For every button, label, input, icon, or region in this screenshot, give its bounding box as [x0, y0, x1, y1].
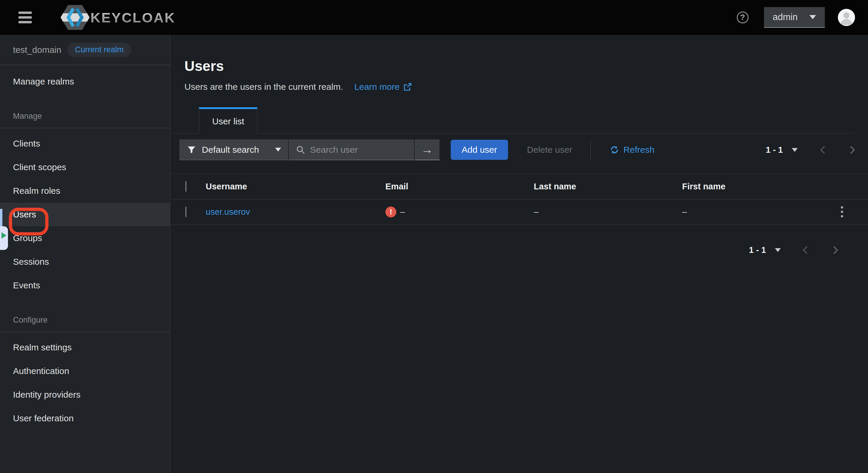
search-icon — [296, 145, 305, 155]
keycloak-logo: KEYCLOAK — [60, 4, 176, 30]
chevron-down-icon — [275, 148, 281, 152]
user-menu-dropdown[interactable]: admin — [764, 7, 825, 28]
header-username: Username — [206, 182, 385, 191]
sidebar-item-realm-settings[interactable]: Realm settings — [0, 336, 170, 359]
page-description: Users are the users in the current realm… — [184, 82, 343, 92]
next-page-icon[interactable] — [830, 246, 838, 254]
nav-list-configure: Realm settings Authentication Identity p… — [0, 332, 170, 430]
previous-page-icon[interactable] — [820, 146, 828, 154]
refresh-label: Refresh — [623, 145, 654, 155]
edge-overlay-bar — [0, 209, 2, 227]
person-icon — [838, 9, 855, 26]
play-icon — [1, 232, 6, 239]
external-link-icon — [403, 83, 412, 91]
sidebar-item-authentication[interactable]: Authentication — [0, 359, 170, 383]
hamburger-menu-icon[interactable] — [18, 11, 32, 23]
pagination-bottom-row: 1 - 1 — [184, 245, 854, 255]
users-table: Username Email Last name First name user… — [170, 174, 868, 224]
sidebar-nav: test_domain Current realm Manage realms … — [0, 35, 170, 473]
sidebar-item-users[interactable]: Users — [0, 203, 170, 226]
email-value: – — [400, 207, 405, 217]
next-page-icon[interactable] — [847, 146, 855, 154]
learn-more-link[interactable]: Learn more — [354, 82, 412, 92]
sidebar-item-sessions[interactable]: Sessions — [0, 250, 170, 274]
user-link[interactable]: user.userov — [206, 207, 250, 217]
edge-overlay-badge[interactable] — [0, 226, 8, 250]
select-all-checkbox[interactable] — [185, 181, 186, 192]
realm-name: test_domain — [13, 45, 61, 55]
search-submit-button[interactable]: → — [415, 139, 439, 160]
table-row: user.userov ! – – – — [170, 199, 868, 224]
top-bar: KEYCLOAK ? admin — [0, 0, 868, 35]
realm-selector[interactable]: test_domain Current realm — [0, 35, 170, 65]
topbar-actions: ? admin — [737, 7, 855, 28]
keycloak-admin-console: KEYCLOAK ? admin test_domain Current rea… — [0, 0, 868, 473]
sidebar-item-client-scopes[interactable]: Client scopes — [0, 155, 170, 179]
sidebar-item-user-federation[interactable]: User federation — [0, 407, 170, 430]
toolbar-divider — [590, 140, 591, 159]
username-label: admin — [773, 12, 798, 23]
sidebar-item-groups[interactable]: Groups — [0, 226, 170, 250]
search-box — [289, 139, 414, 160]
nav-list-manage: Clients Client scopes Realm roles Users … — [0, 128, 170, 297]
pagination-top: 1 - 1 — [766, 145, 854, 155]
sidebar-item-manage-realms[interactable]: Manage realms — [0, 70, 170, 93]
keycloak-logo-icon — [60, 4, 90, 30]
learn-more-label: Learn more — [354, 82, 400, 92]
refresh-icon — [610, 145, 619, 155]
nav-group-manage: Manage — [0, 112, 170, 128]
error-icon: ! — [385, 207, 396, 217]
chevron-down-icon[interactable] — [792, 148, 798, 152]
pagination-range: 1 - 1 — [749, 245, 766, 255]
page-header: Users Users are the users in the current… — [184, 35, 854, 92]
header-email: Email — [385, 182, 534, 191]
last-name-value: – — [534, 207, 682, 217]
pagination-range: 1 - 1 — [766, 145, 783, 155]
table-header-row: Username Email Last name First name — [170, 174, 868, 199]
header-first-name: First name — [682, 182, 816, 191]
row-checkbox[interactable] — [185, 207, 186, 217]
sidebar-item-clients[interactable]: Clients — [0, 132, 170, 155]
avatar[interactable] — [838, 9, 855, 26]
sidebar-item-identity-providers[interactable]: Identity providers — [0, 383, 170, 407]
pagination-bottom: 1 - 1 — [749, 245, 837, 255]
sidebar-item-realm-roles[interactable]: Realm roles — [0, 179, 170, 203]
table-toolbar: Default search → Add user Delete user — [179, 139, 854, 160]
chevron-down-icon — [809, 15, 816, 19]
search-type-dropdown[interactable]: Default search — [179, 139, 288, 160]
search-type-label: Default search — [202, 145, 259, 155]
help-icon[interactable]: ? — [737, 11, 749, 23]
header-last-name: Last name — [534, 182, 682, 191]
refresh-button[interactable]: Refresh — [610, 145, 654, 155]
delete-user-button[interactable]: Delete user — [527, 145, 572, 155]
previous-page-icon[interactable] — [803, 246, 811, 254]
main-content: Users Users are the users in the current… — [170, 35, 868, 473]
current-realm-badge: Current realm — [67, 42, 131, 57]
add-user-button[interactable]: Add user — [451, 140, 508, 160]
chevron-down-icon[interactable] — [775, 248, 781, 252]
kebab-menu-icon[interactable] — [839, 204, 845, 219]
brand-text: KEYCLOAK — [90, 9, 176, 26]
tabs: User list — [170, 107, 854, 133]
nav-group-configure: Configure — [0, 316, 170, 332]
page-title: Users — [184, 58, 854, 74]
first-name-value: – — [682, 207, 816, 217]
sidebar-item-events[interactable]: Events — [0, 274, 170, 297]
tab-user-list[interactable]: User list — [199, 107, 257, 133]
filter-icon — [187, 145, 196, 154]
search-input[interactable] — [310, 145, 409, 155]
